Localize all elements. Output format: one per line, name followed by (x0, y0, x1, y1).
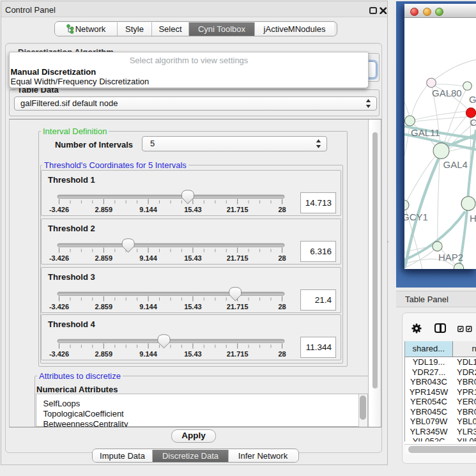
svg-text:HT: HT (470, 213, 476, 224)
svg-text:9.144: 9.144 (139, 350, 157, 358)
svg-text:GAL11: GAL11 (411, 127, 440, 138)
svg-text:GCY1: GCY1 (404, 211, 428, 222)
svg-text:28: 28 (278, 303, 286, 311)
svg-text:21.715: 21.715 (227, 350, 249, 358)
svg-text:15.43: 15.43 (184, 254, 202, 262)
svg-text:HAP2: HAP2 (438, 252, 463, 263)
svg-text:2.859: 2.859 (95, 254, 113, 262)
svg-text:9.144: 9.144 (139, 303, 157, 311)
svg-text:2.859: 2.859 (95, 206, 113, 213)
svg-text:2.859: 2.859 (95, 350, 113, 358)
svg-text:-3.426: -3.426 (49, 254, 69, 262)
svg-text:28: 28 (278, 254, 286, 262)
svg-text:21.715: 21.715 (227, 254, 249, 262)
svg-text:GAL80: GAL80 (432, 88, 462, 98)
svg-text:2.859: 2.859 (95, 303, 113, 311)
svg-text:-3.426: -3.426 (49, 303, 69, 311)
svg-text:15.43: 15.43 (184, 350, 202, 358)
svg-text:9.144: 9.144 (139, 254, 157, 262)
svg-text:-3.426: -3.426 (49, 350, 69, 358)
svg-text:CR: CR (470, 117, 476, 128)
svg-text:21.715: 21.715 (227, 303, 249, 311)
svg-text:15.43: 15.43 (184, 303, 202, 311)
svg-text:GA: GA (469, 94, 476, 105)
svg-text:28: 28 (278, 206, 286, 213)
svg-text:28: 28 (278, 350, 286, 358)
svg-text:21.715: 21.715 (227, 206, 249, 213)
svg-text:15.43: 15.43 (184, 206, 202, 213)
svg-text:GAL4: GAL4 (443, 159, 468, 170)
svg-text:-3.426: -3.426 (49, 206, 69, 213)
svg-text:9.144: 9.144 (139, 206, 157, 213)
